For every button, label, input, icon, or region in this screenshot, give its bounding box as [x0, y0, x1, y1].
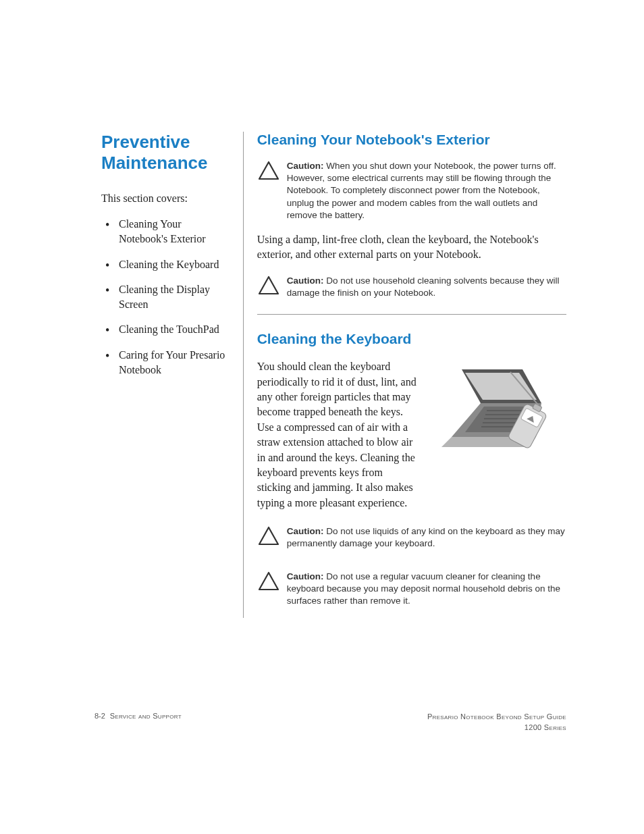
footer-series: 1200 Series — [427, 723, 566, 733]
footer-guide-title: Presario Notebook Beyond Setup Guide — [427, 712, 566, 722]
list-item: Cleaning Your Notebook's Exterior — [101, 217, 230, 246]
keyboard-row: You should clean the keyboard periodical… — [257, 359, 566, 511]
caution-triangle-icon — [257, 571, 280, 592]
page-number: 8-2 — [95, 712, 105, 720]
sidebar-intro: This section covers: — [101, 192, 230, 205]
body-paragraph: You should clean the keyboard periodical… — [257, 359, 419, 511]
footer-left: 8-2 Service and Support — [95, 712, 182, 720]
list-item: Cleaning the Keyboard — [101, 257, 230, 272]
section-title-keyboard: Cleaning the Keyboard — [257, 331, 566, 347]
caution-text: Caution: Do not use household cleaning s… — [287, 275, 566, 299]
chapter-title: Preventive Maintenance — [101, 132, 230, 174]
caution-triangle-icon — [257, 275, 280, 296]
caution-box: Caution: Do not use a regular vacuum cle… — [257, 571, 566, 608]
section-divider — [257, 314, 566, 315]
page-footer: 8-2 Service and Support Presario Noteboo… — [95, 712, 566, 733]
laptop-air-can-illustration — [431, 359, 566, 481]
sidebar: Preventive Maintenance This section cove… — [101, 132, 243, 618]
body-paragraph: Using a damp, lint-free cloth, clean the… — [257, 232, 566, 263]
sidebar-list: Cleaning Your Notebook's Exterior Cleani… — [101, 217, 230, 377]
list-item: Cleaning the Display Screen — [101, 282, 230, 311]
caution-triangle-icon — [257, 525, 280, 547]
main-column: Cleaning Your Notebook's Exterior Cautio… — [243, 132, 566, 618]
list-item: Caring for Your Presario Notebook — [101, 348, 230, 377]
caution-text: Caution: Do not use a regular vacuum cle… — [287, 571, 566, 608]
caution-box: Caution: When you shut down your Noteboo… — [257, 160, 566, 221]
footer-left-label: Service and Support — [110, 712, 182, 720]
caution-box: Caution: Do not use household cleaning s… — [257, 275, 566, 299]
caution-box: Caution: Do not use liquids of any kind … — [257, 525, 566, 550]
section-title-exterior: Cleaning Your Notebook's Exterior — [257, 132, 566, 148]
caution-triangle-icon — [257, 160, 280, 182]
footer-right: Presario Notebook Beyond Setup Guide 120… — [427, 712, 566, 733]
page-content: Preventive Maintenance This section cove… — [0, 0, 644, 618]
list-item: Cleaning the TouchPad — [101, 322, 230, 337]
caution-text: Caution: When you shut down your Noteboo… — [287, 160, 566, 221]
caution-text: Caution: Do not use liquids of any kind … — [287, 525, 566, 550]
